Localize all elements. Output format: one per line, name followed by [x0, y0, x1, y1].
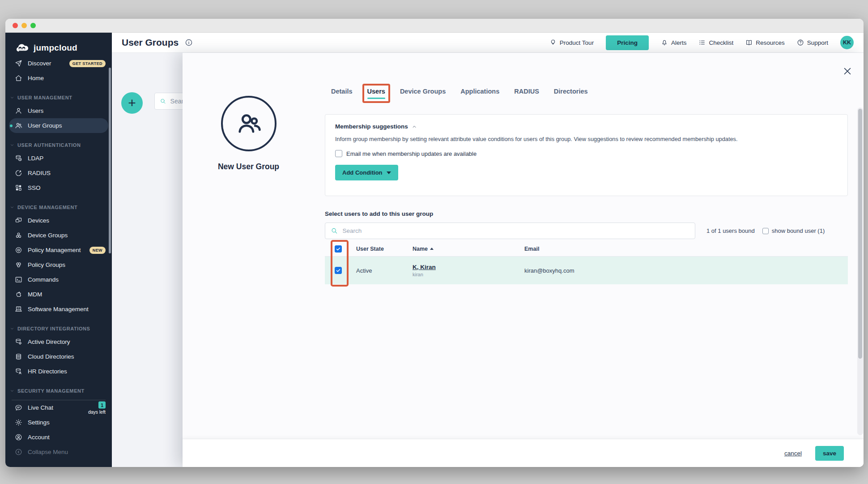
- header-action-checklist[interactable]: Checklist: [698, 39, 733, 46]
- traffic-light-zoom[interactable]: [30, 23, 36, 28]
- chevron-down-icon: [10, 326, 14, 331]
- select-users-title: Select users to add to this user group: [325, 210, 848, 217]
- email-updates-checkbox[interactable]: [335, 150, 342, 157]
- column-header-name[interactable]: Name: [413, 246, 524, 252]
- header-action-product-tour[interactable]: Product Tour: [549, 39, 594, 46]
- sidebar-scrollbar[interactable]: [109, 68, 111, 253]
- info-icon[interactable]: [185, 39, 193, 47]
- cancel-link[interactable]: cancel: [784, 450, 802, 457]
- header-action-resources[interactable]: Resources: [745, 39, 785, 46]
- traffic-light-close[interactable]: [13, 23, 18, 28]
- sidebar-item-software-management[interactable]: Software Management: [5, 302, 112, 317]
- sidebar-section-user-management[interactable]: USER MANAGEMENT: [5, 92, 112, 103]
- membership-suggestions-toggle[interactable]: Membership suggestions: [335, 123, 838, 130]
- user-avatar[interactable]: KK: [840, 36, 854, 49]
- select-users-section: Select users to add to this user group 1…: [325, 210, 848, 284]
- sidebar-item-label: Home: [28, 75, 44, 81]
- show-bound-user-checkbox[interactable]: [762, 228, 769, 234]
- column-header-user-state[interactable]: User State: [356, 246, 413, 252]
- users-table-header: User StateNameEmail: [325, 241, 848, 257]
- sidebar-footer: Live Chat1days leftSettingsAccountCollap…: [5, 395, 112, 467]
- users-search-input[interactable]: [342, 227, 689, 234]
- modal-scrollbar-thumb[interactable]: [858, 109, 862, 359]
- sidebar-section-user-authentication[interactable]: USER AUTHENTICATION: [5, 139, 112, 151]
- tab-applications[interactable]: Applications: [460, 88, 499, 99]
- header-action-label: Support: [807, 39, 828, 46]
- header-action-alerts[interactable]: Alerts: [661, 39, 687, 46]
- user-name-link[interactable]: K, Kiran: [413, 264, 436, 270]
- tab-users[interactable]: Users: [367, 88, 385, 99]
- sidebar-item-active-directory[interactable]: Active Directory: [5, 334, 112, 349]
- sidebar-item-collapse-menu[interactable]: Collapse Menu: [5, 445, 112, 459]
- sidebar-item-account[interactable]: Account: [5, 430, 112, 445]
- sidebar-item-discover[interactable]: DiscoverGET STARTED: [5, 56, 112, 71]
- save-button[interactable]: save: [815, 446, 844, 461]
- caret-down-icon: [387, 171, 391, 174]
- sidebar-item-devices[interactable]: Devices: [5, 213, 112, 228]
- sidebar-section-directory-integrations[interactable]: DIRECTORY INTEGRATIONS: [5, 323, 112, 334]
- sidebar-item-cloud-directories[interactable]: Cloud Directories: [5, 349, 112, 364]
- sidebar-item-users[interactable]: Users: [5, 103, 112, 118]
- sidebar-item-label: MDM: [28, 291, 42, 298]
- tab-radius[interactable]: RADIUS: [514, 88, 539, 99]
- header-action-label: Resources: [756, 39, 785, 46]
- sidebar-item-policy-groups[interactable]: Policy Groups: [5, 257, 112, 272]
- ldap-icon: [15, 154, 22, 162]
- software-icon: [15, 305, 22, 313]
- sidebar-item-label: Discover: [28, 60, 51, 67]
- tab-device-groups[interactable]: Device Groups: [400, 88, 446, 99]
- sidebar-item-commands[interactable]: Commands: [5, 272, 112, 287]
- sidebar-item-label: LDAP: [28, 155, 43, 162]
- sidebar-section-device-management[interactable]: DEVICE MANAGEMENT: [5, 201, 112, 213]
- show-bound-user-label: show bound user (1): [772, 227, 825, 234]
- tab-directories[interactable]: Directories: [554, 88, 588, 99]
- section-label: DEVICE MANAGEMENT: [17, 205, 77, 210]
- add-condition-button[interactable]: Add Condition: [335, 165, 398, 180]
- sidebar-section-security-management[interactable]: SECURITY MANAGEMENT: [5, 385, 112, 395]
- sidebar-item-label: Account: [28, 434, 50, 441]
- sidebar-item-mdm[interactable]: MDM: [5, 287, 112, 302]
- column-header-email[interactable]: Email: [524, 246, 848, 252]
- sidebar-item-label: Users: [28, 107, 43, 114]
- close-icon[interactable]: [842, 66, 853, 77]
- sidebar-item-ldap[interactable]: LDAP: [5, 151, 112, 166]
- user-table-row[interactable]: ActiveK, Kirankirankiran@boxyhq.com: [325, 257, 848, 284]
- add-user-group-button[interactable]: +: [121, 92, 143, 114]
- tour-icon: [549, 39, 557, 46]
- traffic-light-minimize[interactable]: [21, 23, 27, 28]
- row-checkbox[interactable]: [335, 267, 342, 274]
- group-identity: New User Group: [209, 96, 288, 171]
- sidebar-item-home[interactable]: Home: [5, 71, 112, 86]
- sidebar-item-sso[interactable]: SSO: [5, 180, 112, 195]
- help-icon: [797, 39, 804, 46]
- hr-dir-icon: [15, 368, 22, 375]
- users-table: User StateNameEmailActiveK, Kirankiranki…: [325, 241, 848, 284]
- tab-details[interactable]: Details: [331, 88, 353, 99]
- email-updates-checkbox-row[interactable]: Email me when membership updates are ava…: [335, 150, 838, 157]
- pricing-button[interactable]: Pricing: [606, 35, 649, 50]
- sidebar-item-settings[interactable]: Settings: [5, 415, 112, 430]
- sidebar-item-user-groups[interactable]: User Groups: [9, 118, 108, 133]
- chevron-up-icon: [412, 124, 417, 129]
- header-action-support[interactable]: Support: [797, 39, 828, 46]
- collapse-icon: [15, 448, 22, 456]
- policy-management-badge: NEW: [89, 247, 106, 254]
- show-bound-user-row[interactable]: show bound user (1): [762, 227, 825, 234]
- logo-text: jumpcloud: [34, 43, 77, 53]
- radius-icon: [15, 169, 22, 177]
- modal-footer: cancel save: [183, 439, 864, 467]
- user-username: kiran: [413, 272, 524, 277]
- select-all-checkbox[interactable]: [335, 245, 342, 253]
- page-title: User Groups: [122, 37, 179, 48]
- header-action-label: Checklist: [709, 39, 733, 46]
- sidebar-item-label: Device Groups: [28, 232, 68, 239]
- sidebar-item-device-groups[interactable]: Device Groups: [5, 228, 112, 243]
- sidebar-item-hr-directories[interactable]: HR Directories: [5, 364, 112, 379]
- home-icon: [15, 74, 22, 82]
- ad-icon: [15, 338, 22, 346]
- sidebar-item-policy-management[interactable]: Policy ManagementNEW: [5, 243, 112, 257]
- book-icon: [745, 39, 753, 46]
- jumpcloud-logo[interactable]: jumpcloud: [5, 33, 112, 56]
- sidebar-item-live-chat[interactable]: Live Chat1days left: [5, 400, 112, 415]
- sidebar-item-radius[interactable]: RADIUS: [5, 166, 112, 180]
